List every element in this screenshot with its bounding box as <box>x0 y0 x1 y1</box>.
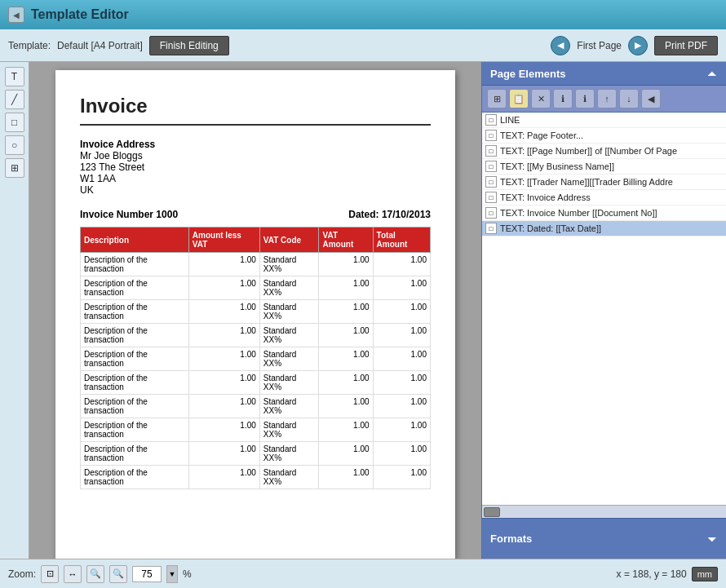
document-area[interactable]: Invoice Invoice Address Mr Joe Bloggs 12… <box>29 62 481 559</box>
page-element-item[interactable]: □TEXT: [[Trader Name]][[Trader Billing A… <box>482 175 726 190</box>
table-cell: 1.00 <box>319 395 373 418</box>
col-total-amount: Total Amount <box>373 228 430 253</box>
pe-item-label: TEXT: Invoice Number [[Document No]] <box>500 208 657 218</box>
pe-item-label: TEXT: Invoice Address <box>500 192 591 202</box>
table-cell: 1.00 <box>373 466 430 489</box>
pe-paste-button[interactable]: 📋 <box>509 89 529 108</box>
prev-page-button[interactable]: ◀ <box>551 36 570 55</box>
coordinates-display: x = 188, y = 180 <box>617 568 687 580</box>
zoom-in-button[interactable]: 🔍 <box>109 565 127 583</box>
table-cell: Description of the transaction <box>81 371 189 395</box>
table-cell: 1.00 <box>373 395 430 418</box>
table-cell: Description of the transaction <box>81 395 189 418</box>
table-cell: Standard XX% <box>259 466 319 489</box>
ellipse-tool-button[interactable]: ○ <box>5 135 24 155</box>
table-cell: 1.00 <box>188 300 259 324</box>
zoom-out-button[interactable]: 🔍 <box>86 565 104 583</box>
rect-tool-button[interactable]: □ <box>5 113 24 132</box>
page-element-item[interactable]: □LINE <box>482 113 726 128</box>
page-elements-header: Page Elements ⏶ <box>482 62 726 86</box>
left-tools-panel: T ╱ □ ○ ⊞ <box>0 62 29 559</box>
zoom-percent: % <box>183 568 192 580</box>
page-element-item[interactable]: □TEXT: Invoice Number [[Document No]] <box>482 206 726 221</box>
page-elements-collapse-button[interactable]: ⏶ <box>706 67 718 80</box>
col-description: Description <box>81 228 189 253</box>
pe-move-up-button[interactable]: ↑ <box>597 89 617 108</box>
pe-item-icon: □ <box>485 192 497 203</box>
pe-item-icon: □ <box>485 161 497 172</box>
table-cell: Standard XX% <box>259 395 319 418</box>
template-value: Default [A4 Portrait] <box>57 40 143 51</box>
page-element-item[interactable]: □TEXT: Dated: [[Tax Date]] <box>482 221 726 237</box>
table-cell: Standard XX% <box>259 253 319 276</box>
pe-item-label: LINE <box>500 115 520 125</box>
table-cell: 1.00 <box>188 371 259 395</box>
table-cell: 1.00 <box>319 418 373 442</box>
invoice-dated: Dated: 17/10/2013 <box>348 209 431 220</box>
table-cell: 1.00 <box>373 253 430 276</box>
pe-scroll-thumb[interactable] <box>484 507 500 517</box>
table-cell: 1.00 <box>319 371 373 395</box>
table-cell: 1.00 <box>319 300 373 324</box>
table-row: Description of the transaction1.00Standa… <box>81 418 431 442</box>
page-element-item[interactable]: □TEXT: [[Page Number]] of [[Number Of Pa… <box>482 144 726 159</box>
invoice-address-block: Invoice Address Mr Joe Bloggs 123 The St… <box>80 139 431 196</box>
table-cell: 1.00 <box>319 276 373 300</box>
pe-item-label: TEXT: [[Trader Name]][[Trader Billing Ad… <box>500 177 673 187</box>
table-cell: Description of the transaction <box>81 253 189 276</box>
line-tool-button[interactable]: ╱ <box>5 90 24 109</box>
page-element-item[interactable]: □TEXT: [[My Business Name]] <box>482 159 726 175</box>
text-tool-button[interactable]: T <box>5 67 24 86</box>
pe-back-button[interactable]: ◀ <box>641 89 661 108</box>
table-cell: 1.00 <box>373 276 430 300</box>
zoom-value[interactable]: 75 <box>132 566 162 582</box>
invoice-meta: Invoice Number 1000 Dated: 17/10/2013 <box>80 209 431 220</box>
next-page-button[interactable]: ▶ <box>628 36 648 55</box>
pe-item-icon: □ <box>485 114 497 126</box>
page-element-item[interactable]: □TEXT: Page Footer... <box>482 128 726 144</box>
pe-delete-button[interactable]: ✕ <box>531 89 551 108</box>
pe-item-icon: □ <box>485 176 497 188</box>
table-cell: 1.00 <box>373 347 430 371</box>
pe-item-label: TEXT: Dated: [[Tax Date]] <box>500 223 601 233</box>
pe-info2-button[interactable]: ℹ <box>575 89 595 108</box>
table-row: Description of the transaction1.00Standa… <box>81 442 431 466</box>
zoom-fit-width-button[interactable]: ↔ <box>64 565 82 583</box>
units-button[interactable]: mm <box>692 567 718 581</box>
zoom-dropdown-button[interactable]: ▼ <box>166 565 178 583</box>
template-label: Template: <box>8 40 51 51</box>
app-title: Template Editor <box>31 7 129 22</box>
table-cell: 1.00 <box>188 418 259 442</box>
formats-section: Formats ⏷ <box>482 518 726 559</box>
pe-item-icon: □ <box>485 145 497 157</box>
page-elements-list[interactable]: □LINE□TEXT: Page Footer...□TEXT: [[Page … <box>482 113 726 505</box>
main-area: T ╱ □ ○ ⊞ Invoice Invoice Address Mr Joe… <box>0 62 726 559</box>
image-tool-button[interactable]: ⊞ <box>5 158 24 178</box>
table-row: Description of the transaction1.00Standa… <box>81 395 431 418</box>
pe-info1-button[interactable]: ℹ <box>553 89 573 108</box>
table-cell: Standard XX% <box>259 276 319 300</box>
pe-copy-button[interactable]: ⊞ <box>487 89 507 108</box>
table-cell: 1.00 <box>188 347 259 371</box>
print-pdf-button[interactable]: Print PDF <box>654 36 718 55</box>
page-element-item[interactable]: □TEXT: Invoice Address <box>482 190 726 206</box>
formats-expand-button[interactable]: ⏷ <box>706 533 718 546</box>
table-cell: 1.00 <box>319 442 373 466</box>
table-cell: Standard XX% <box>259 371 319 395</box>
table-cell: Description of the transaction <box>81 466 189 489</box>
table-cell: Standard XX% <box>259 300 319 324</box>
zoom-fit-page-button[interactable]: ⊡ <box>41 565 59 583</box>
table-cell: Standard XX% <box>259 324 319 347</box>
address-label: Invoice Address <box>80 139 431 150</box>
address-line-3: W1 1AA <box>80 173 431 184</box>
pe-move-down-button[interactable]: ↓ <box>619 89 639 108</box>
table-cell: 1.00 <box>188 395 259 418</box>
table-row: Description of the transaction1.00Standa… <box>81 347 431 371</box>
table-row: Description of the transaction1.00Standa… <box>81 276 431 300</box>
invoice-title: Invoice <box>80 95 431 126</box>
table-cell: 1.00 <box>188 276 259 300</box>
back-button[interactable]: ◀ <box>8 7 24 23</box>
pe-horizontal-scrollbar[interactable] <box>482 505 726 518</box>
finish-editing-button[interactable]: Finish Editing <box>149 36 229 55</box>
table-cell: 1.00 <box>319 324 373 347</box>
